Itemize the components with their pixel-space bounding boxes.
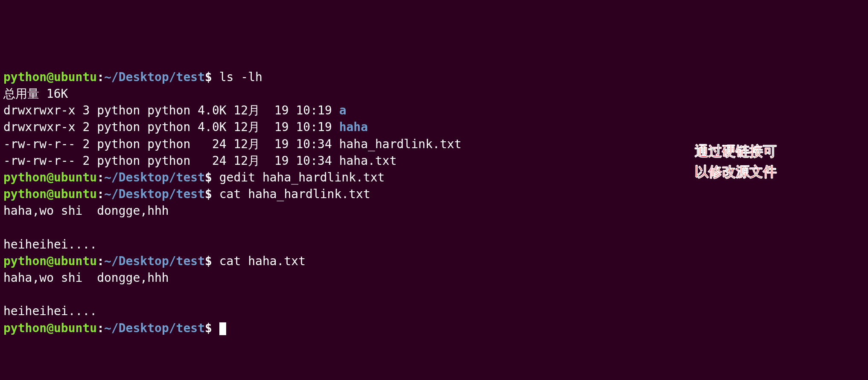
prompt-colon: : — [97, 170, 104, 184]
cursor-icon[interactable] — [219, 322, 226, 335]
links: 2 — [82, 154, 90, 168]
filename: haha_hardlink.txt — [339, 137, 462, 151]
prompt-path: ~/Desktop/test — [104, 187, 205, 201]
annotation-line1: 通过硬链接可 — [695, 143, 777, 159]
links: 3 — [82, 103, 90, 117]
prompt-path: ~/Desktop/test — [104, 321, 205, 335]
size: 4.0K — [198, 120, 226, 134]
owner: python — [97, 103, 140, 117]
month: 12月 — [233, 137, 260, 151]
group: python — [147, 137, 190, 151]
month: 12月 — [233, 120, 260, 134]
prompt-path: ~/Desktop/test — [104, 70, 205, 84]
month: 12月 — [233, 103, 260, 117]
command-cat-hardlink: cat haha_hardlink.txt — [219, 187, 370, 201]
prompt-user: python@ubuntu — [3, 321, 97, 335]
day: 19 — [274, 137, 289, 151]
size: 4.0K — [198, 103, 226, 117]
group: python — [147, 120, 190, 134]
annotation-overlay: 通过硬链接可 以修改源文件 — [689, 141, 783, 182]
ls-row-0: drwxrwxr-x 3 python python 4.0K 12月 19 1… — [3, 103, 347, 117]
prompt-dollar: $ — [205, 70, 212, 84]
prompt-line-4: python@ubuntu:~/Desktop/test$ cat haha.t… — [3, 254, 306, 268]
prompt-colon: : — [97, 187, 104, 201]
prompt-colon: : — [97, 70, 104, 84]
ls-row-2: -rw-rw-r-- 2 python python 24 12月 19 10:… — [3, 137, 461, 151]
perm: drwxrwxr-x — [3, 120, 76, 134]
prompt-line-5: python@ubuntu:~/Desktop/test$ — [3, 321, 226, 335]
perm: drwxrwxr-x — [3, 103, 76, 117]
cat-output-2-line1: haha,wo shi dongge,hhh — [3, 271, 169, 285]
prompt-user: python@ubuntu — [3, 187, 97, 201]
terminal[interactable]: python@ubuntu:~/Desktop/test$ ls -lh 总用量… — [3, 69, 865, 336]
links: 2 — [82, 137, 90, 151]
day: 19 — [274, 154, 289, 168]
prompt-line-3: python@ubuntu:~/Desktop/test$ cat haha_h… — [3, 187, 370, 201]
perm: -rw-rw-r-- — [3, 137, 76, 151]
month: 12月 — [233, 154, 260, 168]
filename-dir: haha — [339, 120, 368, 134]
command-ls: ls -lh — [219, 70, 262, 84]
owner: python — [97, 137, 140, 151]
prompt-path: ~/Desktop/test — [104, 170, 205, 184]
cat-output-1-line1: haha,wo shi dongge,hhh — [3, 204, 169, 218]
links: 2 — [82, 120, 90, 134]
owner: python — [97, 120, 140, 134]
ls-total: 总用量 16K — [3, 87, 68, 101]
ls-row-3: -rw-rw-r-- 2 python python 24 12月 19 10:… — [3, 154, 397, 168]
perm: -rw-rw-r-- — [3, 154, 76, 168]
filename-dir: a — [339, 103, 347, 117]
prompt-dollar: $ — [205, 254, 212, 268]
prompt-user: python@ubuntu — [3, 70, 97, 84]
prompt-dollar: $ — [205, 187, 212, 201]
size: 24 — [198, 137, 226, 151]
time: 10:34 — [296, 154, 332, 168]
prompt-colon: : — [97, 321, 104, 335]
group: python — [147, 103, 190, 117]
command-gedit: gedit haha_hardlink.txt — [219, 170, 385, 184]
prompt-dollar: $ — [205, 321, 212, 335]
prompt-user: python@ubuntu — [3, 254, 97, 268]
time: 10:34 — [296, 137, 332, 151]
annotation-line2: 以修改源文件 — [695, 164, 777, 179]
prompt-user: python@ubuntu — [3, 170, 97, 184]
day: 19 — [274, 103, 289, 117]
time: 10:19 — [296, 120, 332, 134]
group: python — [147, 154, 190, 168]
ls-row-1: drwxrwxr-x 2 python python 4.0K 12月 19 1… — [3, 120, 368, 134]
prompt-line-1: python@ubuntu:~/Desktop/test$ ls -lh — [3, 70, 262, 84]
prompt-dollar: $ — [205, 170, 212, 184]
time: 10:19 — [296, 103, 332, 117]
cat-output-1-line3: heiheihei.... — [3, 237, 97, 251]
day: 19 — [274, 120, 289, 134]
size: 24 — [198, 154, 226, 168]
prompt-path: ~/Desktop/test — [104, 254, 205, 268]
filename: haha.txt — [339, 154, 397, 168]
prompt-colon: : — [97, 254, 104, 268]
owner: python — [97, 154, 140, 168]
cat-output-2-line3: heiheihei.... — [3, 304, 97, 318]
prompt-line-2: python@ubuntu:~/Desktop/test$ gedit haha… — [3, 170, 384, 184]
command-cat-haha: cat haha.txt — [219, 254, 306, 268]
